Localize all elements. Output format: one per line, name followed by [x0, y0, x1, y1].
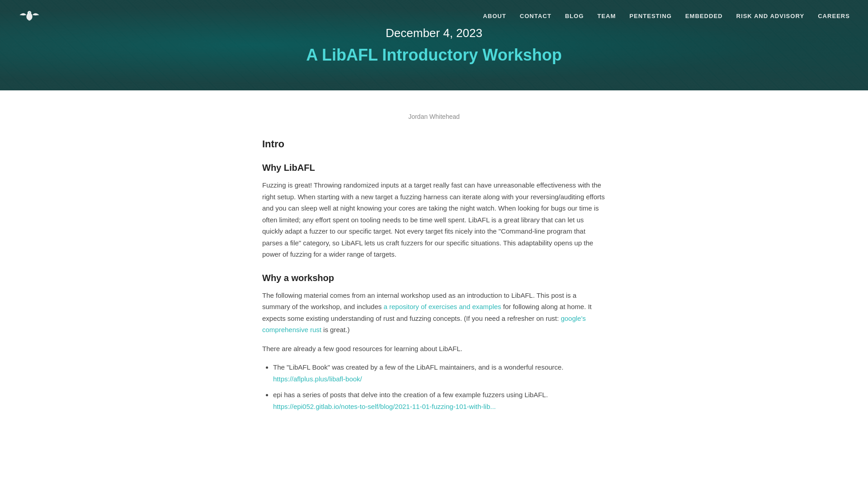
body-p2-part3: is great.) — [323, 326, 349, 333]
logo-icon — [18, 5, 41, 27]
intro-heading: Intro — [262, 138, 606, 150]
nav-about[interactable]: ABOUT — [483, 13, 506, 19]
body-paragraph-3: There are already a few good resources f… — [262, 343, 606, 355]
nav-risk[interactable]: RISK AND ADVISORY — [736, 13, 805, 19]
nav-embedded[interactable]: EMBEDDED — [685, 13, 723, 19]
article-content: Jordan Whitehead Intro Why LibAFL Fuzzin… — [253, 90, 615, 444]
author-byline: Jordan Whitehead — [262, 113, 606, 120]
why-workshop-heading: Why a workshop — [262, 273, 606, 283]
nav-team[interactable]: TEAM — [597, 13, 616, 19]
list-item-2-text: epi has a series of posts that delve int… — [273, 391, 548, 399]
list-item: The "LibAFL Book" was created by a few o… — [273, 361, 606, 385]
body-paragraph-2: The following material comes from an int… — [262, 290, 606, 336]
libafl-book-link[interactable]: https://aflplus.plus/libafl-book/ — [273, 375, 362, 383]
body-paragraph-1: Fuzzing is great! Throwing randomized in… — [262, 179, 606, 260]
list-item-1-text: The "LibAFL Book" was created by a few o… — [273, 363, 563, 371]
nav-careers[interactable]: CAREERS — [818, 13, 850, 19]
list-item: epi has a series of posts that delve int… — [273, 389, 606, 412]
why-libafl-heading: Why LibAFL — [262, 163, 606, 173]
repo-link[interactable]: a repository of exercises and examples — [383, 303, 501, 310]
logo-area — [18, 5, 41, 27]
epi-link[interactable]: https://epi052.gitlab.io/notes-to-self/b… — [273, 403, 496, 410]
nav-contact[interactable]: CONTACT — [520, 13, 552, 19]
hero-title: A LibAFL Introductory Workshop — [306, 46, 561, 65]
main-nav: ABOUT CONTACT BLOG TEAM PENTESTING EMBED… — [483, 13, 850, 19]
nav-blog[interactable]: BLOG — [565, 13, 584, 19]
resources-list: The "LibAFL Book" was created by a few o… — [273, 361, 606, 412]
site-header: ABOUT CONTACT BLOG TEAM PENTESTING EMBED… — [0, 0, 868, 32]
nav-pentesting[interactable]: PENTESTING — [629, 13, 671, 19]
